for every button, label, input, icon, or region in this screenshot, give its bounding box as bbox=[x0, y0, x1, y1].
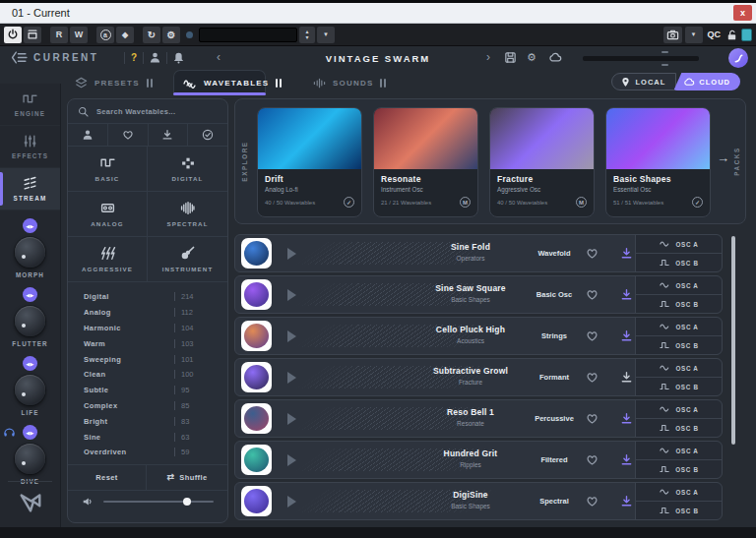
tag-filter[interactable]: Warm 103 bbox=[84, 335, 214, 351]
assign-osc-a-button[interactable]: OSC A bbox=[636, 442, 722, 460]
tag-filter[interactable]: Complex 85 bbox=[84, 398, 214, 414]
preview-volume-slider[interactable] bbox=[103, 501, 214, 503]
category-button[interactable]: DIGITAL bbox=[148, 147, 227, 192]
tag-filter[interactable]: Bright 83 bbox=[84, 413, 214, 429]
wavetable-row[interactable]: Sine Fold Operators Wavefold OSC A bbox=[234, 234, 723, 272]
macro-knob[interactable] bbox=[15, 306, 45, 336]
qc-focus-indicator[interactable] bbox=[741, 29, 752, 41]
download-button[interactable] bbox=[620, 412, 633, 425]
cloud-button[interactable]: CLOUD bbox=[673, 73, 740, 90]
play-icon[interactable] bbox=[287, 496, 296, 508]
filter-installed-button[interactable] bbox=[187, 124, 227, 146]
list-scrollbar[interactable] bbox=[731, 236, 735, 445]
speaker-icon[interactable] bbox=[82, 496, 94, 508]
favorite-button[interactable] bbox=[586, 371, 598, 384]
wavetable-thumbnail[interactable] bbox=[241, 321, 272, 351]
wavetable-row[interactable]: Reso Bell 1 Resonate Percussive OSC A bbox=[234, 399, 723, 438]
tag-filter[interactable]: Overdriven 59 bbox=[84, 445, 214, 460]
stereo-mode-button[interactable]: ◀▶ bbox=[23, 425, 37, 440]
wavetables-pause-icon[interactable] bbox=[276, 79, 282, 88]
assign-osc-b-button[interactable]: OSC B bbox=[636, 502, 722, 519]
wavetable-thumbnail[interactable] bbox=[241, 486, 272, 516]
assign-osc-a-button[interactable]: OSC A bbox=[636, 235, 722, 254]
wavetable-row[interactable]: DigiSine Basic Shapes Spectral OSC A bbox=[234, 482, 723, 520]
pack-card[interactable]: Basic Shapes Essential Osc 51 / 51 Wavet… bbox=[605, 107, 711, 217]
wavetable-row[interactable]: Hundred Grit Ripples Filtered OSC A bbox=[234, 441, 723, 479]
settings-button[interactable]: ⚙ bbox=[162, 27, 180, 43]
wavetable-thumbnail[interactable] bbox=[241, 362, 272, 392]
category-button[interactable]: INSTRUMENT bbox=[148, 237, 227, 282]
assign-osc-a-button[interactable]: OSC A bbox=[636, 400, 722, 419]
save-preset-button[interactable] bbox=[504, 51, 517, 64]
assign-osc-b-button[interactable]: OSC B bbox=[636, 336, 722, 354]
filter-downloaded-button[interactable] bbox=[148, 124, 188, 146]
preset-compare-button[interactable]: ◆ bbox=[116, 27, 134, 43]
favorite-button[interactable] bbox=[586, 453, 598, 466]
read-automation-button[interactable]: R bbox=[50, 27, 68, 43]
macro-knob[interactable] bbox=[15, 375, 45, 405]
preview-listen-button[interactable] bbox=[3, 425, 16, 438]
play-icon[interactable] bbox=[287, 454, 296, 466]
download-button[interactable] bbox=[620, 495, 633, 508]
play-icon[interactable] bbox=[287, 413, 296, 425]
shuffle-button[interactable]: ⇄ Shuffle bbox=[147, 465, 227, 490]
master-volume-knob[interactable] bbox=[728, 48, 748, 68]
assign-osc-a-button[interactable]: OSC A bbox=[636, 318, 722, 336]
favorite-button[interactable] bbox=[586, 288, 598, 301]
pack-card[interactable]: Drift Analog Lo-fi 40 / 50 Wavetables ✓ bbox=[257, 107, 362, 217]
plugin-bypass-button[interactable] bbox=[24, 27, 41, 43]
play-icon[interactable] bbox=[287, 248, 296, 260]
download-button[interactable] bbox=[620, 247, 633, 260]
category-button[interactable]: BASIC bbox=[68, 147, 148, 192]
preset-dropdown-button[interactable]: ▼ bbox=[317, 27, 335, 43]
sounds-pause-icon[interactable] bbox=[380, 79, 386, 88]
assign-osc-b-button[interactable]: OSC B bbox=[636, 460, 722, 478]
local-button[interactable]: LOCAL bbox=[611, 73, 676, 90]
preset-spinner[interactable]: ▴▾ bbox=[299, 27, 315, 43]
assign-osc-a-button[interactable]: OSC A bbox=[636, 359, 722, 378]
wavetable-row[interactable]: Subtractive Growl Fracture Formant OSC A bbox=[234, 358, 723, 396]
download-button[interactable] bbox=[620, 453, 633, 466]
category-button[interactable]: ANALOG bbox=[68, 192, 148, 237]
preset-next-button[interactable]: › bbox=[486, 50, 490, 64]
wavetable-thumbnail[interactable] bbox=[241, 403, 272, 434]
notifications-button[interactable] bbox=[172, 51, 185, 64]
assign-osc-b-button[interactable]: OSC B bbox=[636, 254, 722, 271]
wavetable-row[interactable]: Cello Pluck High Acoustics Strings OSC A bbox=[234, 317, 723, 355]
tag-filter[interactable]: Sine 63 bbox=[84, 429, 214, 445]
automation-button[interactable]: a bbox=[96, 27, 114, 43]
macro-knob[interactable] bbox=[15, 444, 45, 474]
help-button[interactable]: ? bbox=[131, 52, 137, 63]
download-button[interactable] bbox=[620, 329, 633, 342]
sidebar-section[interactable]: ENGINE bbox=[0, 84, 60, 126]
tag-filter[interactable]: Sweeping 101 bbox=[84, 351, 214, 367]
snapshot-button[interactable] bbox=[663, 27, 682, 43]
plugin-settings-button[interactable]: ⚙ bbox=[527, 51, 536, 64]
scroll-right-button[interactable]: → bbox=[717, 150, 729, 165]
stereo-mode-button[interactable]: ◀▶ bbox=[23, 287, 37, 302]
category-button[interactable]: SPECTRAL bbox=[148, 192, 227, 237]
play-icon[interactable] bbox=[287, 289, 296, 301]
preset-prev-button[interactable]: ‹ bbox=[217, 50, 220, 64]
play-icon[interactable] bbox=[287, 372, 296, 384]
assign-osc-a-button[interactable]: OSC A bbox=[636, 483, 722, 502]
close-button[interactable]: x bbox=[733, 5, 752, 21]
account-button[interactable] bbox=[149, 51, 161, 64]
assign-osc-b-button[interactable]: OSC B bbox=[636, 378, 722, 395]
sidebar-section[interactable]: EFFECTS bbox=[0, 126, 60, 168]
filter-user-button[interactable] bbox=[68, 124, 107, 146]
favorite-button[interactable] bbox=[586, 247, 598, 260]
category-button[interactable]: AGGRESSIVE bbox=[68, 237, 148, 282]
pack-card[interactable]: Resonate Instrument Osc 21 / 21 Wavetabl… bbox=[373, 107, 478, 217]
search-input[interactable] bbox=[94, 106, 220, 117]
filter-favorites-button[interactable] bbox=[107, 124, 148, 146]
sidebar-section[interactable]: STREAM bbox=[0, 168, 60, 210]
cloud-sync-button[interactable] bbox=[548, 51, 562, 63]
assign-osc-b-button[interactable]: OSC B bbox=[636, 419, 722, 437]
assign-osc-a-button[interactable]: OSC A bbox=[636, 276, 722, 295]
tag-filter[interactable]: Clean 100 bbox=[84, 367, 214, 383]
lock-button[interactable] bbox=[725, 29, 738, 41]
wavetable-thumbnail[interactable] bbox=[241, 445, 272, 475]
transfer-button[interactable]: ↻ bbox=[143, 27, 160, 43]
assign-osc-b-button[interactable]: OSC B bbox=[636, 295, 722, 313]
